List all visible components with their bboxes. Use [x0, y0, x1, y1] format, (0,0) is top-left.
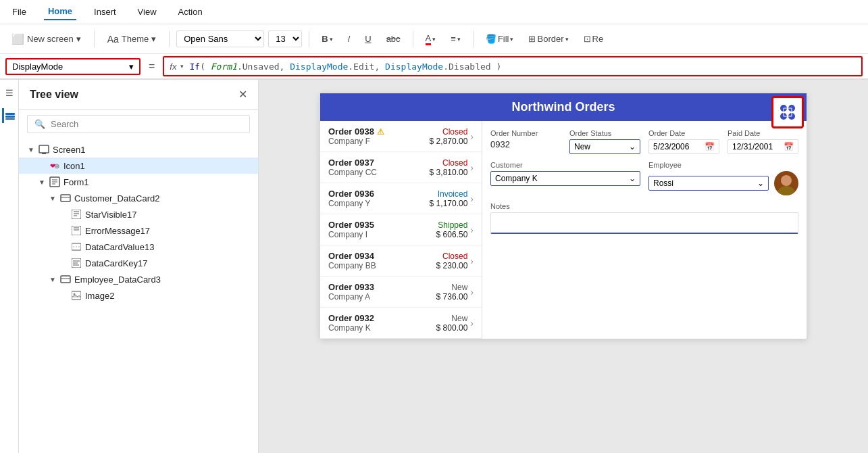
app-canvas: Northwind Orders Order 0938 ⚠ Company F	[320, 93, 807, 339]
svg-rect-24	[61, 276, 70, 283]
value-paid-date: 12/31/2001	[732, 142, 773, 151]
tree-label-datacardkey17: DataCardKey17	[85, 258, 148, 268]
bold-button[interactable]: B ▾	[316, 31, 338, 47]
order-company-0935: Company I	[328, 230, 434, 239]
field-employee: Employee Rossi ⌄	[648, 161, 798, 195]
order-item-0936[interactable]: Order 0936 Company Y Invoiced $ 1,170.00…	[320, 183, 482, 214]
tree-label-image2: Image2	[85, 291, 114, 301]
field-notes: Notes	[490, 202, 798, 234]
select-order-status[interactable]: New ⌄	[569, 139, 640, 154]
fx-label: fx	[170, 62, 176, 72]
strikethrough-button[interactable]: abc	[381, 31, 406, 47]
font-color-button[interactable]: A ▾	[420, 30, 442, 48]
expand-icon1[interactable]	[36, 160, 47, 171]
expand-employee-datacard3[interactable]: ▼	[47, 274, 58, 285]
underline-button[interactable]: U	[359, 31, 376, 47]
tree-label-datacardvalue13: DataCardValue13	[85, 242, 154, 252]
order-item-0933[interactable]: Order 0933 Company A New $ 736.00 ›	[320, 277, 482, 308]
svg-point-36	[777, 186, 796, 195]
expand-errormessage17[interactable]	[58, 225, 69, 236]
select-employee[interactable]: Rossi ⌄	[648, 176, 769, 191]
menu-insert[interactable]: Insert	[90, 4, 120, 20]
tree-label-employee-datacard3: Employee_DataCard3	[74, 275, 161, 285]
expand-form1[interactable]: ▼	[36, 176, 47, 187]
field-order-number: Order Number 0932	[490, 129, 561, 154]
field-customer: Customer Company K ⌄	[490, 161, 640, 195]
formula-chevron-btn[interactable]: ▾	[180, 63, 184, 70]
screen-icon	[38, 143, 50, 156]
re-button[interactable]: ⊡ Re	[578, 31, 609, 47]
tree-item-form1[interactable]: ▼ Form1	[19, 174, 258, 190]
expand-datacardvalue13[interactable]	[58, 241, 69, 252]
order-info-0933: Order 0933 Company A	[328, 282, 434, 302]
tree-label-customer-datacard2: Customer_DataCard2	[74, 193, 159, 204]
order-detail: Order Number 0932 Order Status New ⌄ Ord…	[482, 121, 807, 339]
border-button[interactable]: ⊞ Border ▾	[523, 31, 573, 47]
paid-date-calendar-icon[interactable]: 📅	[784, 142, 794, 151]
order-status-0938: Closed	[430, 127, 468, 137]
select-customer[interactable]: Company K ⌄	[490, 171, 640, 186]
tree-item-starvisible17[interactable]: StarVisible17	[19, 206, 258, 222]
menu-file[interactable]: File	[8, 4, 30, 20]
input-notes[interactable]	[490, 212, 798, 234]
search-input[interactable]	[51, 119, 242, 129]
expand-screen1[interactable]: ▼	[26, 144, 36, 155]
chevron-0932: ›	[470, 318, 474, 329]
order-item-0934[interactable]: Order 0934 Company BB Closed $ 230.00 ›	[320, 245, 482, 277]
main-layout: ☰ Tree view ✕ 🔍 ▼ S	[0, 80, 868, 453]
tree-close-button[interactable]: ✕	[238, 88, 247, 101]
date-calendar-icon[interactable]: 📅	[705, 142, 715, 151]
icon1-icon: ❤ ⊕	[49, 160, 61, 172]
tree-item-screen1[interactable]: ▼ Screen1	[19, 141, 258, 158]
chevron-0936: ›	[470, 193, 474, 204]
formula-text[interactable]: If( Form1.Unsaved, DisplayMode.Edit, Dis…	[189, 62, 501, 72]
order-item-0937[interactable]: Order 0937 Company CC Closed $ 3,810.00 …	[320, 152, 482, 183]
font-size-select[interactable]: 13	[268, 30, 302, 47]
formula-input-wrap: fx ▾ If( Form1.Unsaved, DisplayMode.Edit…	[163, 56, 863, 76]
value-order-status: New	[574, 142, 590, 151]
value-order-number: 0932	[490, 139, 561, 149]
expand-image2[interactable]	[58, 290, 69, 301]
chevron-0933: ›	[470, 287, 474, 297]
expand-customer-datacard2[interactable]: ▼	[47, 193, 58, 204]
tree-item-image2[interactable]: Image2	[19, 287, 258, 304]
name-box[interactable]: DisplayMode ▾	[5, 58, 141, 75]
menu-home[interactable]: Home	[44, 3, 76, 20]
tree-item-datacardvalue13[interactable]: DataCardValue13	[19, 239, 258, 255]
order-status-0937: Closed	[430, 158, 468, 168]
expand-starvisible17[interactable]	[58, 209, 69, 220]
sidebar-icon-layers[interactable]	[2, 108, 17, 123]
tree-item-errormessage17[interactable]: ErrorMessage17	[19, 222, 258, 239]
canvas-area: Northwind Orders Order 0938 ⚠ Company F	[259, 80, 868, 453]
menu-view[interactable]: View	[134, 4, 161, 20]
tree-item-datacardkey17[interactable]: DataCardKey17	[19, 255, 258, 271]
theme-button[interactable]: Aa Theme ▾	[101, 30, 163, 48]
expand-datacardkey17[interactable]	[58, 258, 69, 268]
name-box-value: DisplayMode	[12, 62, 63, 72]
menu-action[interactable]: Action	[174, 4, 207, 20]
order-item-0935[interactable]: Order 0935 Company I Shipped $ 606.50 ›	[320, 214, 482, 245]
search-icon: 🔍	[34, 119, 45, 129]
font-select[interactable]: Open Sans	[176, 30, 264, 47]
value-customer: Company K	[495, 174, 538, 183]
fill-button[interactable]: 🪣 Fill ▾	[480, 31, 519, 47]
italic-button[interactable]: /	[342, 31, 356, 47]
order-info-0934: Order 0934 Company BB	[328, 251, 434, 270]
field-paid-date: Paid Date 12/31/2001 📅	[727, 129, 798, 154]
new-screen-button[interactable]: ⬜ New screen ▾	[5, 30, 87, 49]
sidebar-icon-menu[interactable]: ☰	[2, 85, 17, 100]
tree-item-customer-datacard2[interactable]: ▼ Customer_DataCard2	[19, 190, 258, 206]
tree-label-errormessage17: ErrorMessage17	[85, 226, 150, 236]
tree-item-employee-datacard3[interactable]: ▼ Employee_DataCard3	[19, 271, 258, 287]
tree-item-icon1[interactable]: ❤ ⊕ Icon1	[19, 158, 258, 174]
order-item-0938[interactable]: Order 0938 ⚠ Company F Closed $ 2,870.00…	[320, 121, 482, 152]
order-item-0932[interactable]: Order 0932 Company K New $ 800.00 ›	[320, 308, 482, 339]
align-button[interactable]: ≡ ▾	[445, 31, 466, 47]
canvas-icon-button[interactable]	[771, 96, 804, 128]
order-info-0932: Order 0932 Company K	[328, 313, 434, 333]
tree-panel: Tree view ✕ 🔍 ▼ Screen1 ❤	[19, 80, 259, 453]
input-order-date[interactable]: 5/23/2006 📅	[648, 139, 719, 154]
fill-icon: 🪣	[486, 34, 496, 44]
order-info-0935: Order 0935 Company I	[328, 220, 434, 239]
input-paid-date[interactable]: 12/31/2001 📅	[727, 139, 798, 154]
